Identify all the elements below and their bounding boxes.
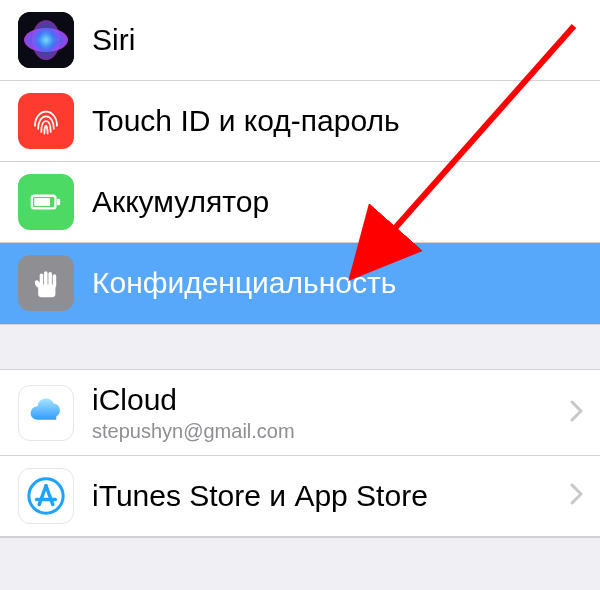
chevron-right-icon — [570, 397, 584, 429]
row-label: Конфиденциальность — [92, 265, 584, 301]
row-labels: Аккумулятор — [92, 184, 584, 220]
row-label: Siri — [92, 22, 584, 58]
svg-rect-4 — [34, 198, 50, 206]
row-labels: iCloud stepushyn@gmail.com — [92, 382, 562, 443]
icloud-icon — [18, 385, 74, 441]
row-labels: Touch ID и код-пароль — [92, 103, 584, 139]
row-label: Touch ID и код-пароль — [92, 103, 584, 139]
settings-row-battery[interactable]: Аккумулятор — [0, 162, 600, 243]
svg-rect-8 — [44, 271, 48, 288]
svg-rect-9 — [48, 272, 52, 288]
settings-row-privacy[interactable]: Конфиденциальность — [0, 243, 600, 324]
settings-row-itunes-appstore[interactable]: iTunes Store и App Store — [0, 456, 600, 537]
svg-line-12 — [39, 486, 46, 505]
settings-row-siri[interactable]: Siri — [0, 0, 600, 81]
fingerprint-icon — [18, 93, 74, 149]
row-label: Аккумулятор — [92, 184, 584, 220]
section-divider-bottom — [0, 537, 600, 557]
svg-line-13 — [46, 486, 53, 505]
svg-point-2 — [32, 20, 60, 60]
svg-rect-5 — [57, 199, 60, 205]
hand-privacy-icon — [18, 255, 74, 311]
row-labels: Siri — [92, 22, 584, 58]
svg-rect-10 — [53, 274, 57, 287]
chevron-right-icon — [570, 480, 584, 512]
row-detail: stepushyn@gmail.com — [92, 420, 562, 443]
settings-row-icloud[interactable]: iCloud stepushyn@gmail.com — [0, 370, 600, 456]
section-divider — [0, 324, 600, 370]
row-label: iCloud — [92, 382, 562, 418]
row-labels: Конфиденциальность — [92, 265, 584, 301]
settings-row-touchid[interactable]: Touch ID и код-пароль — [0, 81, 600, 162]
siri-icon — [18, 12, 74, 68]
row-labels: iTunes Store и App Store — [92, 478, 562, 514]
row-label: iTunes Store и App Store — [92, 478, 562, 514]
battery-icon — [18, 174, 74, 230]
appstore-icon — [18, 468, 74, 524]
